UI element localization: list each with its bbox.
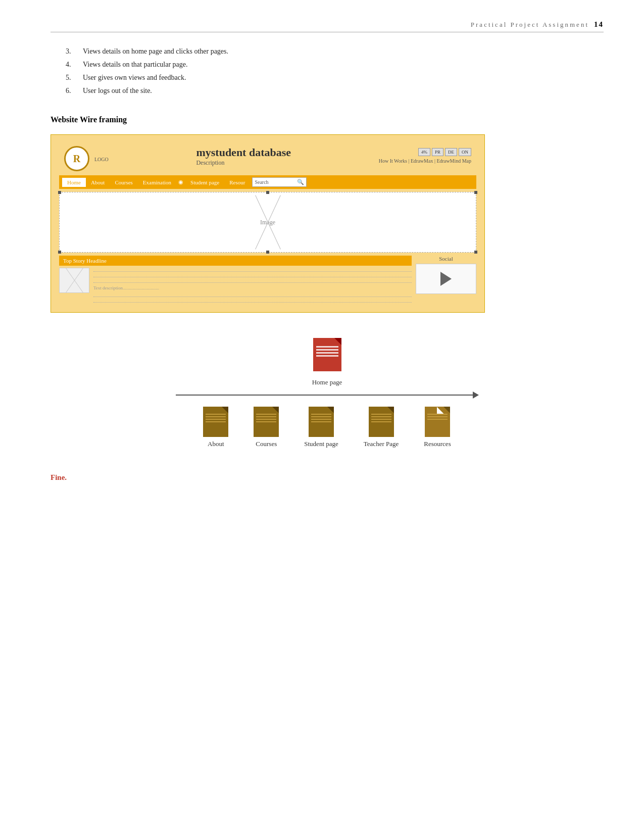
courses-doc-lines bbox=[256, 414, 276, 424]
list-num: 5. bbox=[66, 74, 78, 82]
corner-tr bbox=[474, 191, 477, 194]
social-area: Social bbox=[416, 256, 476, 304]
wireframe-image-area: Image bbox=[59, 192, 476, 253]
list-num: 3. bbox=[66, 47, 78, 56]
nav-resour[interactable]: Resour bbox=[224, 178, 250, 187]
headline-bar: Top Story Headline bbox=[59, 256, 412, 266]
text-line-3 bbox=[93, 279, 412, 283]
section-heading: Website Wire framing bbox=[51, 115, 604, 124]
doc-line bbox=[256, 414, 276, 415]
doc-line bbox=[427, 416, 448, 417]
about-doc-icon bbox=[203, 407, 228, 437]
home-doc-line bbox=[316, 349, 338, 351]
doc-line bbox=[256, 416, 276, 417]
list-num: 4. bbox=[66, 61, 78, 69]
nav-about[interactable]: About bbox=[86, 178, 110, 187]
list-text: Views details on that particular page. bbox=[83, 61, 188, 69]
teacher-doc-body bbox=[369, 407, 394, 437]
resources-doc-fold bbox=[443, 407, 450, 413]
wireframe-bottom: Top Story Headline Text description.....… bbox=[59, 256, 476, 304]
top-buttons: 4% PR DE ON bbox=[418, 148, 471, 156]
corner-tm bbox=[266, 191, 269, 194]
doc-line bbox=[311, 416, 331, 417]
courses-doc-body bbox=[254, 407, 279, 437]
student-doc-icon bbox=[309, 407, 334, 437]
top-btn-4[interactable]: ON bbox=[459, 148, 471, 156]
resources-page-item: Resources bbox=[424, 407, 451, 448]
about-page-item: About bbox=[203, 407, 228, 448]
about-doc-lines bbox=[206, 414, 226, 424]
list-item: 3. Views details on home page and clicks… bbox=[66, 47, 604, 56]
top-btn-2[interactable]: PR bbox=[432, 148, 443, 156]
play-button-icon[interactable] bbox=[440, 272, 452, 286]
ordered-list: 3. Views details on home page and clicks… bbox=[66, 47, 604, 95]
doc-line bbox=[256, 419, 276, 420]
site-description: Description bbox=[196, 159, 291, 167]
home-arrow bbox=[176, 391, 479, 399]
search-icon[interactable]: 🔍 bbox=[297, 179, 304, 185]
home-doc-line bbox=[316, 346, 338, 348]
list-section: 3. Views details on home page and clicks… bbox=[51, 47, 604, 95]
home-doc-fold bbox=[334, 338, 341, 345]
text-line-4 bbox=[93, 293, 412, 297]
student-doc-body bbox=[309, 407, 334, 437]
home-page-label: Home page bbox=[312, 378, 342, 386]
desc-text: Text description........................… bbox=[93, 284, 412, 291]
doc-line bbox=[371, 416, 391, 417]
thumbnail-text-area: Text description........................… bbox=[59, 268, 412, 304]
thumbnail-image bbox=[59, 268, 89, 293]
teacher-label: Teacher Page bbox=[364, 440, 399, 448]
list-item: 4. Views details on that particular page… bbox=[66, 61, 604, 69]
nav-student[interactable]: Student page bbox=[185, 178, 224, 187]
wireframe-container: R LOGO mystudent database Description 4%… bbox=[51, 134, 485, 313]
resources-doc-lines bbox=[427, 414, 448, 421]
wireframe-navbar: Home About Courses Examination ◉ Student… bbox=[59, 175, 476, 189]
doc-line bbox=[311, 414, 331, 415]
image-placeholder-text: Image bbox=[260, 219, 275, 226]
student-label: Student page bbox=[304, 440, 338, 448]
about-label: About bbox=[208, 440, 224, 448]
page-header: Practical Project Assignment 14 bbox=[51, 20, 604, 32]
teacher-doc-icon bbox=[369, 407, 394, 437]
text-line-1 bbox=[93, 268, 412, 272]
doc-line bbox=[371, 414, 391, 415]
search-text: Search bbox=[255, 179, 295, 185]
list-num: 6. bbox=[66, 87, 78, 95]
top-btn-3[interactable]: DE bbox=[445, 148, 457, 156]
headline-area: Top Story Headline Text description.....… bbox=[59, 256, 412, 304]
nav-pin-icon: ◉ bbox=[176, 177, 185, 187]
corner-bm bbox=[266, 251, 269, 254]
wireframe-logo-area: R LOGO bbox=[64, 146, 109, 171]
home-page-item: Home page bbox=[312, 338, 342, 386]
logo-text: LOGO bbox=[94, 157, 109, 162]
teacher-doc-lines bbox=[371, 414, 391, 424]
doc-line bbox=[206, 421, 226, 422]
courses-doc-icon bbox=[254, 407, 279, 437]
teacher-page-item: Teacher Page bbox=[364, 407, 399, 448]
resources-doc-icon bbox=[425, 407, 450, 437]
list-text: User gives own views and feedback. bbox=[83, 74, 186, 82]
resources-doc-body bbox=[425, 407, 450, 437]
corner-bl bbox=[58, 251, 61, 254]
diagram-section: Home page bbox=[51, 338, 604, 448]
student-doc-lines bbox=[311, 414, 331, 424]
home-doc-lines bbox=[316, 346, 338, 358]
doc-line bbox=[311, 421, 331, 422]
doc-line bbox=[371, 419, 391, 420]
home-doc-line bbox=[316, 355, 338, 357]
search-area: Search 🔍 bbox=[252, 177, 307, 187]
doc-line bbox=[427, 414, 448, 415]
student-page-item: Student page bbox=[304, 407, 338, 448]
text-line-2 bbox=[93, 273, 412, 277]
list-text: Views details on home page and clicks ot… bbox=[83, 47, 228, 56]
student-doc-fold bbox=[327, 407, 334, 413]
page-number: 14 bbox=[594, 20, 604, 29]
top-btn-1[interactable]: 4% bbox=[418, 148, 430, 156]
nav-examination[interactable]: Examination bbox=[138, 178, 176, 187]
doc-line bbox=[256, 421, 276, 422]
doc-line bbox=[371, 421, 391, 422]
doc-line bbox=[311, 419, 331, 420]
doc-line bbox=[427, 419, 448, 420]
nav-courses[interactable]: Courses bbox=[110, 178, 137, 187]
nav-home[interactable]: Home bbox=[62, 178, 86, 187]
